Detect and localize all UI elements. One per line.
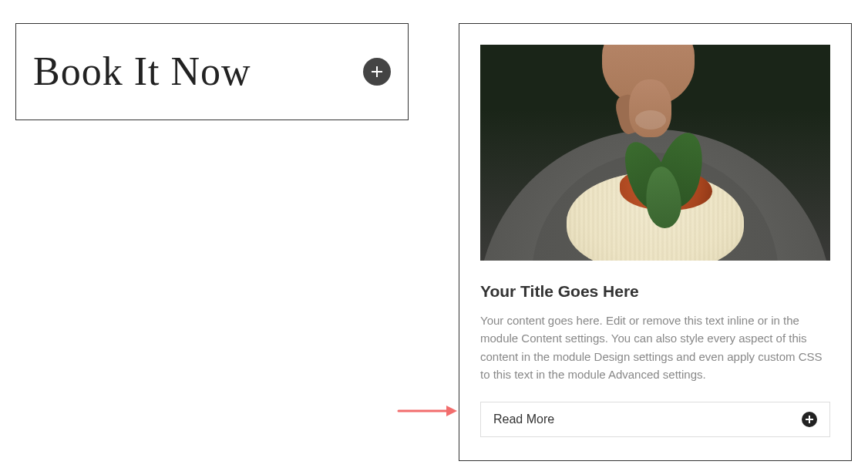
- plus-icon: [363, 58, 391, 86]
- card-content: Your content goes here. Edit or remove t…: [480, 311, 830, 383]
- card-title: Your Title Goes Here: [480, 282, 830, 301]
- plus-icon: [802, 412, 817, 427]
- content-card: Your Title Goes Here Your content goes h…: [459, 23, 852, 461]
- book-it-now-button[interactable]: Book It Now: [15, 23, 409, 120]
- annotation-arrow-icon: [397, 405, 457, 417]
- read-more-label: Read More: [493, 412, 554, 426]
- svg-marker-1: [446, 406, 457, 416]
- book-it-now-label: Book It Now: [33, 52, 251, 92]
- card-image: [480, 45, 830, 261]
- read-more-button[interactable]: Read More: [480, 402, 830, 437]
